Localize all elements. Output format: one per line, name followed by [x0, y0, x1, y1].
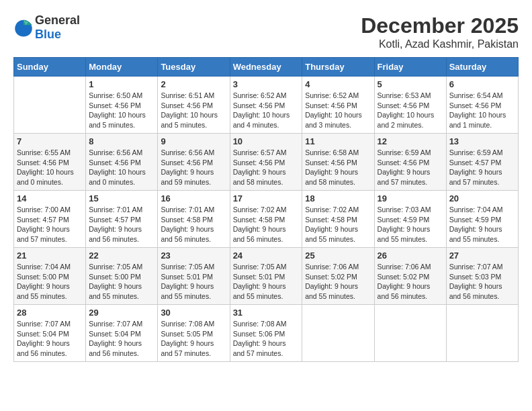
day-number: 5 — [378, 79, 443, 89]
calendar-cell: 4Sunrise: 6:52 AM Sunset: 4:56 PM Daylig… — [302, 77, 374, 134]
day-number: 14 — [17, 193, 83, 203]
calendar-cell: 26Sunrise: 7:06 AM Sunset: 5:02 PM Dayli… — [374, 248, 446, 305]
calendar-cell: 1Sunrise: 6:50 AM Sunset: 4:56 PM Daylig… — [86, 77, 158, 134]
calendar-cell: 13Sunrise: 6:59 AM Sunset: 4:57 PM Dayli… — [446, 134, 518, 191]
day-number: 15 — [89, 193, 154, 203]
calendar-cell: 21Sunrise: 7:04 AM Sunset: 5:00 PM Dayli… — [14, 248, 86, 305]
day-info: Sunrise: 7:01 AM Sunset: 4:58 PM Dayligh… — [161, 205, 226, 244]
calendar-cell: 22Sunrise: 7:05 AM Sunset: 5:00 PM Dayli… — [86, 248, 158, 305]
day-number: 30 — [161, 308, 226, 318]
header-day-wednesday: Wednesday — [230, 58, 302, 77]
day-info: Sunrise: 7:07 AM Sunset: 5:04 PM Dayligh… — [89, 319, 154, 359]
calendar-cell: 17Sunrise: 7:02 AM Sunset: 4:58 PM Dayli… — [230, 191, 302, 248]
day-number: 17 — [233, 193, 300, 203]
day-info: Sunrise: 6:58 AM Sunset: 4:56 PM Dayligh… — [305, 148, 371, 187]
day-info: Sunrise: 7:02 AM Sunset: 4:58 PM Dayligh… — [305, 205, 371, 244]
calendar-cell: 23Sunrise: 7:05 AM Sunset: 5:01 PM Dayli… — [158, 248, 230, 305]
day-number: 28 — [17, 308, 83, 318]
day-info: Sunrise: 6:56 AM Sunset: 4:56 PM Dayligh… — [89, 148, 154, 187]
day-number: 18 — [305, 193, 371, 203]
header-day-saturday: Saturday — [446, 58, 518, 77]
calendar-cell: 24Sunrise: 7:05 AM Sunset: 5:01 PM Dayli… — [230, 248, 302, 305]
logo-text: General Blue — [35, 13, 80, 42]
day-number: 8 — [89, 136, 154, 146]
day-number: 12 — [378, 136, 443, 146]
day-info: Sunrise: 7:01 AM Sunset: 4:57 PM Dayligh… — [89, 205, 154, 244]
calendar-cell: 14Sunrise: 7:00 AM Sunset: 4:57 PM Dayli… — [14, 191, 86, 248]
calendar-week-2: 7Sunrise: 6:55 AM Sunset: 4:56 PM Daylig… — [14, 134, 519, 191]
calendar-cell — [446, 305, 518, 362]
day-info: Sunrise: 7:05 AM Sunset: 5:00 PM Dayligh… — [89, 262, 154, 302]
day-number: 29 — [89, 308, 154, 318]
day-info: Sunrise: 7:07 AM Sunset: 5:04 PM Dayligh… — [17, 319, 83, 359]
day-info: Sunrise: 6:55 AM Sunset: 4:56 PM Dayligh… — [17, 148, 83, 187]
calendar-cell: 5Sunrise: 6:53 AM Sunset: 4:56 PM Daylig… — [374, 77, 446, 134]
day-info: Sunrise: 7:08 AM Sunset: 5:05 PM Dayligh… — [161, 319, 226, 359]
day-number: 20 — [449, 193, 515, 203]
day-number: 11 — [305, 136, 371, 146]
day-info: Sunrise: 6:57 AM Sunset: 4:56 PM Dayligh… — [233, 148, 300, 187]
day-number: 4 — [305, 79, 371, 89]
day-info: Sunrise: 7:02 AM Sunset: 4:58 PM Dayligh… — [233, 205, 300, 244]
day-info: Sunrise: 6:52 AM Sunset: 4:56 PM Dayligh… — [305, 91, 371, 130]
day-number: 2 — [161, 79, 226, 89]
day-number: 6 — [449, 79, 515, 89]
day-number: 26 — [378, 250, 443, 261]
day-number: 27 — [449, 250, 515, 261]
header-day-tuesday: Tuesday — [158, 58, 230, 77]
day-info: Sunrise: 7:07 AM Sunset: 5:03 PM Dayligh… — [449, 262, 515, 302]
calendar-cell — [374, 305, 446, 362]
logo-blue: Blue — [35, 28, 61, 41]
day-number: 25 — [305, 250, 371, 261]
day-info: Sunrise: 6:56 AM Sunset: 4:56 PM Dayligh… — [161, 148, 226, 187]
day-info: Sunrise: 6:59 AM Sunset: 4:57 PM Dayligh… — [449, 148, 515, 187]
calendar-cell: 31Sunrise: 7:08 AM Sunset: 5:06 PM Dayli… — [230, 305, 302, 362]
calendar-cell — [14, 77, 86, 134]
calendar-cell: 25Sunrise: 7:06 AM Sunset: 5:02 PM Dayli… — [302, 248, 374, 305]
calendar-cell: 9Sunrise: 6:56 AM Sunset: 4:56 PM Daylig… — [158, 134, 230, 191]
day-number: 24 — [233, 250, 300, 261]
day-number: 13 — [449, 136, 515, 146]
day-info: Sunrise: 7:05 AM Sunset: 5:01 PM Dayligh… — [233, 262, 300, 302]
day-info: Sunrise: 6:52 AM Sunset: 4:56 PM Dayligh… — [233, 91, 300, 130]
calendar-cell: 20Sunrise: 7:04 AM Sunset: 4:59 PM Dayli… — [446, 191, 518, 248]
day-number: 23 — [161, 250, 226, 261]
day-info: Sunrise: 6:53 AM Sunset: 4:56 PM Dayligh… — [378, 91, 443, 130]
day-info: Sunrise: 7:03 AM Sunset: 4:59 PM Dayligh… — [378, 205, 443, 244]
day-number: 3 — [233, 79, 300, 89]
day-info: Sunrise: 6:51 AM Sunset: 4:56 PM Dayligh… — [161, 91, 226, 130]
calendar-cell: 3Sunrise: 6:52 AM Sunset: 4:56 PM Daylig… — [230, 77, 302, 134]
calendar-week-3: 14Sunrise: 7:00 AM Sunset: 4:57 PM Dayli… — [14, 191, 519, 248]
day-number: 16 — [161, 193, 226, 203]
calendar-cell: 6Sunrise: 6:54 AM Sunset: 4:56 PM Daylig… — [446, 77, 518, 134]
day-number: 21 — [17, 250, 83, 261]
day-number: 1 — [89, 79, 154, 89]
page-header: General Blue December 2025 Kotli, Azad K… — [13, 13, 519, 50]
logo-icon — [13, 17, 34, 38]
calendar-table: SundayMondayTuesdayWednesdayThursdayFrid… — [13, 57, 519, 362]
day-info: Sunrise: 7:04 AM Sunset: 5:00 PM Dayligh… — [17, 262, 83, 302]
calendar-cell: 29Sunrise: 7:07 AM Sunset: 5:04 PM Dayli… — [86, 305, 158, 362]
day-info: Sunrise: 7:08 AM Sunset: 5:06 PM Dayligh… — [233, 319, 300, 359]
day-info: Sunrise: 6:59 AM Sunset: 4:56 PM Dayligh… — [378, 148, 443, 187]
header-day-friday: Friday — [374, 58, 446, 77]
day-number: 31 — [233, 308, 300, 318]
calendar-cell: 28Sunrise: 7:07 AM Sunset: 5:04 PM Dayli… — [14, 305, 86, 362]
day-number: 7 — [17, 136, 83, 146]
day-info: Sunrise: 6:50 AM Sunset: 4:56 PM Dayligh… — [89, 91, 154, 130]
logo-general: General — [35, 13, 80, 27]
day-info: Sunrise: 7:06 AM Sunset: 5:02 PM Dayligh… — [305, 262, 371, 302]
calendar-cell: 18Sunrise: 7:02 AM Sunset: 4:58 PM Dayli… — [302, 191, 374, 248]
header-day-monday: Monday — [86, 58, 158, 77]
title-area: December 2025 Kotli, Azad Kashmir, Pakis… — [361, 13, 519, 50]
day-info: Sunrise: 7:06 AM Sunset: 5:02 PM Dayligh… — [378, 262, 443, 302]
day-number: 22 — [89, 250, 154, 261]
calendar-header-row: SundayMondayTuesdayWednesdayThursdayFrid… — [14, 58, 519, 77]
calendar-cell: 30Sunrise: 7:08 AM Sunset: 5:05 PM Dayli… — [158, 305, 230, 362]
header-day-sunday: Sunday — [14, 58, 86, 77]
calendar-cell: 8Sunrise: 6:56 AM Sunset: 4:56 PM Daylig… — [86, 134, 158, 191]
calendar-week-5: 28Sunrise: 7:07 AM Sunset: 5:04 PM Dayli… — [14, 305, 519, 362]
header-day-thursday: Thursday — [302, 58, 374, 77]
day-number: 10 — [233, 136, 300, 146]
calendar-cell: 11Sunrise: 6:58 AM Sunset: 4:56 PM Dayli… — [302, 134, 374, 191]
